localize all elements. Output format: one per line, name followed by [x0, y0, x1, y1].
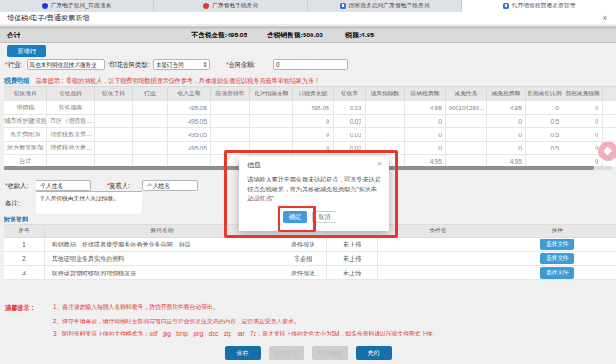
modal-close-icon[interactable]: × — [377, 159, 382, 167]
cell: 0.5 — [526, 115, 563, 128]
close-button[interactable]: 关闭 — [356, 346, 392, 360]
cell — [366, 101, 405, 115]
cell — [95, 155, 133, 167]
confirm-button[interactable]: 确定 — [283, 211, 307, 223]
dialog-title-bar: 增值税/电子/普通发票新增 × — [0, 12, 616, 25]
cell: 0 — [293, 115, 334, 128]
cell — [250, 115, 293, 128]
add-row-button[interactable]: 新增行 — [7, 45, 46, 57]
cell — [446, 128, 487, 142]
tax-bureau-icon — [340, 3, 346, 9]
contract-amount-input[interactable]: 0 — [273, 59, 348, 70]
floating-assistant-widget[interactable] — [598, 142, 616, 161]
cell: 市区（增值税... — [47, 115, 95, 128]
footer-note: 3、附列资料支持上传的文件格式为：pdf、jpg、bmp、png、doc、zip… — [53, 330, 438, 338]
cell — [47, 155, 95, 167]
cell: 4.95 — [487, 155, 526, 167]
column-header: 普惠减征比例 — [526, 87, 563, 101]
browser-tab-state-tax[interactable]: 国家税务总局广东省电子税务局 — [308, 0, 462, 12]
cell — [378, 238, 498, 252]
baidu-icon — [42, 3, 48, 9]
action-cell: 选择文件 — [498, 238, 616, 252]
table-row: 城市维护建设税市区（增值税...495.0500.07000.50 — [4, 115, 616, 128]
action-cell: 选择文件 — [498, 252, 616, 266]
footer-note: 1、备注请勿输入纳税人名称和税号，防伪开票软件将自动带出。 — [53, 303, 219, 311]
cell: 2 — [4, 252, 45, 266]
cell: 增值税地方教... — [47, 142, 95, 155]
cell — [446, 142, 487, 155]
cell: 3 — [4, 266, 45, 280]
modal-message: 该纳税人累计开票金额未达起征点，可享受未达起征点免税政策，将为其修改减免税类型为… — [247, 175, 381, 204]
browser-tab-etax-site[interactable]: 广东省电子税务局 — [154, 0, 308, 12]
remark-textarea[interactable]: 个人所得税由支付人依法扣缴。 — [36, 191, 142, 214]
cell: 增值税教育费... — [47, 128, 95, 142]
payee-input[interactable]: 个人姓名 — [36, 180, 91, 191]
close-icon[interactable]: × — [603, 12, 607, 25]
cell: 0 — [563, 155, 603, 167]
tax-bureau-icon — [503, 3, 509, 9]
footer-note: 2、保存申请单前，请仔细核对全部填写项目是否符合所发生交易的内容，是否满足受票人… — [53, 318, 300, 326]
attachments-table: 序号资料名称文件名操作 1购销商品、提供或者接受服务的有关业务合同、协议条件报送… — [4, 224, 616, 280]
tab-label: 广东省电子税务局 — [212, 2, 258, 10]
cell: 4.95 — [487, 101, 526, 115]
cell — [446, 115, 487, 128]
browser-tab-invoice-mgmt[interactable]: 代开增值税普通发票管理 — [462, 0, 616, 12]
tax-detail-table: 征收项目征收品目征收子目行业收入总额应税所得率允许扣除金额计税费依据征收率速算扣… — [4, 86, 616, 166]
cell — [211, 128, 250, 142]
cell: 0.07 — [334, 115, 366, 128]
select-arrows-icon: ⇕ — [202, 60, 207, 69]
cell — [211, 101, 250, 115]
cell: 495.05 — [168, 115, 211, 128]
cell: 0 — [487, 115, 526, 128]
tax-table-container: 征收项目征收品目征收子目行业收入总额应税所得率允许扣除金额计税费依据征收率速算扣… — [4, 86, 616, 166]
choose-file-button[interactable]: 选择文件 — [540, 239, 573, 250]
cell — [526, 155, 563, 167]
cell — [211, 142, 250, 155]
cell — [366, 142, 405, 155]
cell — [168, 155, 211, 167]
footer-notes-label: 温馨提示： — [5, 303, 36, 312]
table-row: 教育费附加增值税教育费...495.0500.03000.50 — [4, 128, 616, 142]
table-row: 1购销商品、提供或者接受服务的有关业务合同、协议条件报送未上传选择文件 — [4, 238, 616, 252]
cell: 未上传 — [327, 252, 378, 266]
column-header: 计税费依据 — [293, 87, 334, 101]
column-header: 操作 — [498, 225, 616, 238]
cell: 购销商品、提供或者接受服务的有关业务合同、协议 — [45, 238, 280, 252]
cell: 合计 — [4, 155, 47, 167]
column-header: 允许扣除金额 — [250, 87, 293, 101]
cell: 0 — [487, 128, 526, 142]
floating-widget-icon — [604, 147, 612, 156]
cell: 0 — [405, 115, 446, 128]
reviewer-input[interactable]: 个人姓名 — [142, 180, 198, 191]
save-button[interactable]: 保存 — [225, 346, 261, 360]
cell: 0.02 — [334, 142, 366, 155]
column-header: 速算扣除数 — [366, 87, 405, 101]
contract-type-label: *印花合同类型: — [108, 59, 150, 70]
cell: 0 — [563, 101, 603, 115]
cancel-button[interactable]: 取消 — [312, 211, 336, 223]
cell: 0 — [293, 128, 334, 142]
footer-button-bar: 保存 提交申请 打印预览 关闭 — [0, 346, 616, 360]
cell: 000104280... — [446, 101, 487, 115]
contract-type-select[interactable]: 未签订合同 ⇕ — [153, 59, 210, 70]
cell — [378, 252, 498, 266]
column-header — [603, 87, 616, 101]
cell: 条件报送 — [280, 238, 327, 252]
choose-file-button[interactable]: 选择文件 — [540, 253, 573, 264]
action-cell: 选择文件 — [498, 266, 616, 280]
cell — [211, 115, 250, 128]
cell — [133, 128, 168, 142]
contract-amount-label: *合同金额: — [226, 59, 255, 70]
attachments-label: 附送资料 — [4, 215, 28, 224]
cell — [603, 128, 616, 142]
amount-incl-tax: 含税销售额:500.00 — [267, 29, 323, 42]
cell — [133, 155, 168, 167]
browser-tab-baidu-search[interactable]: 广东电子税局_百度搜索 — [0, 0, 154, 12]
cell: 0.01 — [334, 101, 366, 115]
industry-input[interactable]: 其他未列明信息技术服务业 — [27, 59, 105, 70]
totals-row: 合计 不含税金额:495.05 含税销售额:500.00 税额:4.95 — [0, 29, 616, 43]
choose-file-button[interactable]: 选择文件 — [540, 267, 573, 279]
column-header: 应纳税费额 — [405, 87, 446, 101]
column-header: 文件名 — [378, 225, 498, 238]
cell: 0.5 — [526, 128, 563, 142]
